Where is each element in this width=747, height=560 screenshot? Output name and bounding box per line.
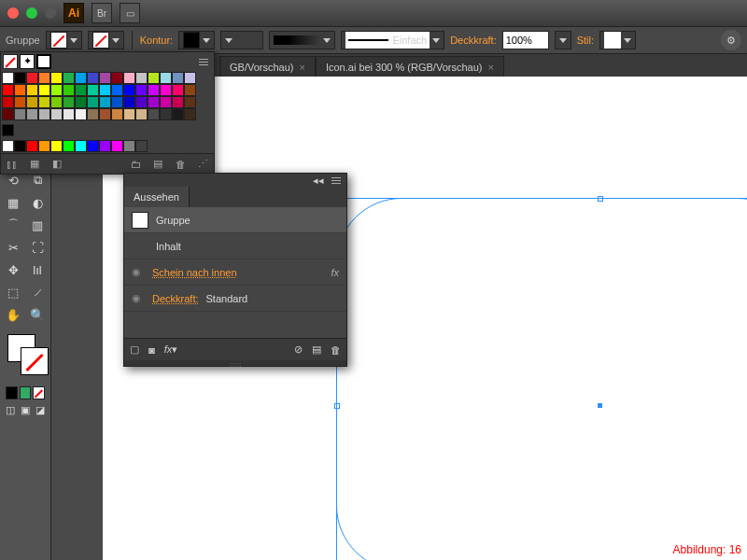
add-effect-icon[interactable]: fx▾ <box>164 343 178 356</box>
stroke-weight-dropdown[interactable] <box>220 31 263 49</box>
appearance-item-content[interactable]: Inhalt <box>124 233 346 259</box>
color-swatch[interactable] <box>160 108 172 120</box>
color-swatch[interactable] <box>111 96 123 108</box>
appearance-tab[interactable]: Aussehen <box>124 187 190 207</box>
color-swatch[interactable] <box>160 96 172 108</box>
screen-mode-icon[interactable]: ▣ <box>19 403 32 416</box>
color-swatch[interactable] <box>14 140 26 152</box>
maximize-window-btn[interactable] <box>45 7 56 19</box>
color-swatch[interactable] <box>2 84 14 96</box>
color-swatch[interactable] <box>172 108 184 120</box>
tool-button[interactable]: ✂ <box>2 237 24 258</box>
color-swatch[interactable] <box>50 72 63 84</box>
rounded-rect-path[interactable] <box>336 198 747 560</box>
color-swatch[interactable] <box>184 108 196 120</box>
arrange-documents-icon[interactable]: ▭ <box>120 3 140 23</box>
tool-button[interactable]: 🔍 <box>26 304 49 325</box>
innerglow-link[interactable]: Schein nach innen <box>152 267 237 278</box>
color-swatch[interactable] <box>99 140 111 152</box>
visibility-icon[interactable]: ◉ <box>132 292 145 304</box>
tool-button[interactable]: ⌒ <box>2 215 24 235</box>
color-mode-icon[interactable] <box>6 386 18 399</box>
tool-button[interactable]: ▦ <box>2 192 24 213</box>
color-swatch[interactable] <box>135 72 148 84</box>
color-swatch[interactable] <box>111 72 123 84</box>
color-swatch[interactable] <box>123 140 135 152</box>
color-swatch[interactable] <box>99 108 111 120</box>
color-swatch[interactable] <box>99 84 111 96</box>
color-swatch[interactable] <box>172 84 184 96</box>
varwidth-dropdown[interactable] <box>269 31 335 49</box>
color-swatch[interactable] <box>99 96 111 108</box>
color-swatch[interactable] <box>26 96 38 108</box>
swatch-options-icon[interactable]: ◧ <box>49 157 64 172</box>
color-swatch[interactable] <box>99 72 111 84</box>
swatch-libraries-icon[interactable]: ⫿⫿ <box>5 157 20 172</box>
color-swatch[interactable] <box>2 96 14 108</box>
tool-button[interactable]: ✥ <box>2 259 24 280</box>
tool-button[interactable]: ⟋ <box>26 282 49 302</box>
color-swatch[interactable] <box>160 84 172 96</box>
new-fill-icon[interactable]: ◙ <box>148 344 155 356</box>
resize-grip-icon[interactable]: ⋰ <box>195 157 210 172</box>
appearance-item-group[interactable]: Gruppe <box>124 207 346 233</box>
color-swatch[interactable] <box>87 72 99 84</box>
color-swatch[interactable] <box>184 96 196 108</box>
tab-close-icon[interactable]: × <box>487 62 493 73</box>
color-swatch[interactable] <box>135 140 148 152</box>
color-swatch[interactable] <box>135 84 148 96</box>
bridge-icon[interactable]: Br <box>92 3 112 23</box>
color-swatch[interactable] <box>26 84 38 96</box>
new-stroke-icon[interactable]: ▢ <box>130 343 139 356</box>
color-swatch[interactable] <box>2 72 14 84</box>
color-swatch[interactable] <box>135 108 148 120</box>
tool-button[interactable]: ▥ <box>26 215 49 235</box>
graphic-style-dropdown[interactable] <box>599 31 636 49</box>
color-swatch[interactable] <box>63 140 75 152</box>
color-swatch[interactable] <box>2 124 14 136</box>
close-window-btn[interactable] <box>7 7 19 19</box>
registration-swatch[interactable]: ✦ <box>20 54 35 69</box>
stroke-swatch-dropdown[interactable] <box>88 31 124 49</box>
color-swatch[interactable] <box>14 96 26 108</box>
clear-icon[interactable]: ⊘ <box>294 343 303 356</box>
color-swatch[interactable] <box>75 108 87 120</box>
color-swatch[interactable] <box>160 72 172 84</box>
color-swatch[interactable] <box>135 96 148 108</box>
appearance-item-innerglow[interactable]: ◉ Schein nach innen fx <box>124 259 346 286</box>
tool-button[interactable]: ⛶ <box>26 237 49 258</box>
color-swatch[interactable] <box>172 96 184 108</box>
opacity-drop[interactable] <box>555 31 571 49</box>
color-swatch[interactable] <box>172 72 184 84</box>
color-swatch[interactable] <box>123 72 135 84</box>
color-swatch[interactable] <box>26 140 38 152</box>
color-swatch[interactable] <box>50 140 63 152</box>
color-swatch[interactable] <box>63 84 75 96</box>
document-tab[interactable]: GB/Vorschau)× <box>219 56 316 77</box>
color-swatch[interactable] <box>26 108 38 120</box>
color-swatch[interactable] <box>26 72 38 84</box>
color-swatch[interactable] <box>38 108 50 120</box>
tool-button[interactable]: ⬚ <box>2 282 24 302</box>
color-swatch[interactable] <box>38 96 50 108</box>
color-swatch[interactable] <box>75 140 87 152</box>
color-swatch[interactable] <box>123 84 135 96</box>
color-swatch[interactable] <box>75 84 87 96</box>
new-swatch-icon[interactable]: ▤ <box>150 157 165 172</box>
color-swatch[interactable] <box>50 108 63 120</box>
opacity-input[interactable]: 100% <box>502 31 549 49</box>
appearance-item-opacity[interactable]: ◉ Deckkraft: Standard <box>124 286 346 312</box>
color-swatch[interactable] <box>148 108 160 120</box>
color-swatch[interactable] <box>87 84 99 96</box>
visibility-icon[interactable]: ◉ <box>132 266 145 278</box>
color-swatch[interactable] <box>148 96 160 108</box>
color-swatch[interactable] <box>38 140 50 152</box>
color-swatch[interactable] <box>38 84 50 96</box>
stroke-style-dropdown[interactable]: Einfach <box>341 31 444 49</box>
delete-swatch-icon[interactable]: 🗑 <box>173 157 188 172</box>
color-swatch[interactable] <box>148 72 160 84</box>
color-swatch[interactable] <box>50 84 63 96</box>
color-swatch[interactable] <box>87 108 99 120</box>
panel-menu-icon[interactable] <box>330 177 343 184</box>
none-swatch[interactable] <box>3 54 18 69</box>
